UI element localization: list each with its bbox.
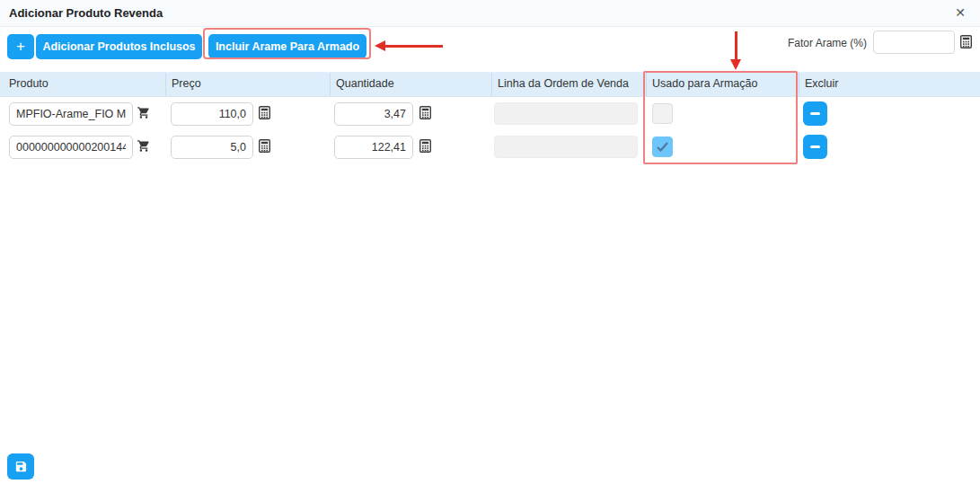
price-input[interactable] (171, 102, 253, 126)
wire-factor-input[interactable] (873, 31, 955, 54)
delete-row-button[interactable] (803, 101, 827, 126)
save-button[interactable] (7, 453, 34, 480)
sales-order-line-input (494, 102, 638, 125)
shopping-cart-icon[interactable] (137, 139, 151, 153)
minus-icon (810, 112, 820, 115)
include-wire-button[interactable]: Incluir Arame Para Armado (208, 34, 366, 58)
shopping-cart-icon[interactable] (137, 106, 151, 119)
annotation-arrow-left-icon (375, 40, 385, 51)
annotation-arrow-left-stem (385, 45, 443, 48)
save-icon (14, 460, 28, 473)
delete-row-button[interactable] (803, 135, 827, 159)
page-title: Adicionar Produto Revenda (9, 6, 163, 20)
column-header-preco: Preço (166, 73, 331, 96)
wire-factor-label: Fator Arame (%) (771, 37, 867, 49)
used-for-framing-checkbox[interactable] (652, 103, 673, 124)
quantity-input[interactable] (334, 102, 413, 126)
annotation-arrow-down-icon (730, 59, 741, 70)
price-input[interactable] (171, 136, 253, 159)
used-for-framing-checkbox[interactable] (652, 136, 673, 157)
calculator-icon[interactable] (419, 106, 431, 119)
plus-icon: + (16, 38, 25, 55)
calculator-icon[interactable] (259, 106, 270, 119)
check-icon (656, 141, 669, 153)
column-header-linha-ordem-venda: Linha da Ordem de Venda (492, 73, 647, 96)
sales-order-line-input (494, 136, 638, 158)
quantity-input[interactable] (334, 136, 413, 159)
table-row (0, 97, 980, 130)
add-included-products-button[interactable]: Adicionar Produtos Inclusos (36, 34, 202, 59)
calculator-icon[interactable] (960, 35, 972, 48)
calculator-icon[interactable] (419, 139, 431, 153)
table-header: Produto Preço Quantidade Linha da Ordem … (0, 72, 980, 97)
column-header-produto: Produto (0, 73, 166, 96)
calculator-icon[interactable] (259, 139, 270, 153)
column-header-excluir: Excluir (799, 73, 980, 96)
product-input[interactable] (9, 136, 133, 159)
add-row-button[interactable]: + (7, 34, 34, 59)
table-row (0, 130, 980, 163)
dialog-titlebar: Adicionar Produto Revenda ✕ (0, 0, 980, 27)
close-icon[interactable]: ✕ (955, 5, 966, 20)
column-header-usado-para-armacao: Usado para Armação (647, 73, 799, 96)
product-input[interactable] (9, 102, 133, 126)
minus-icon (810, 145, 820, 148)
annotation-arrow-down-stem (735, 31, 737, 60)
column-header-quantidade: Quantidade (331, 73, 492, 96)
